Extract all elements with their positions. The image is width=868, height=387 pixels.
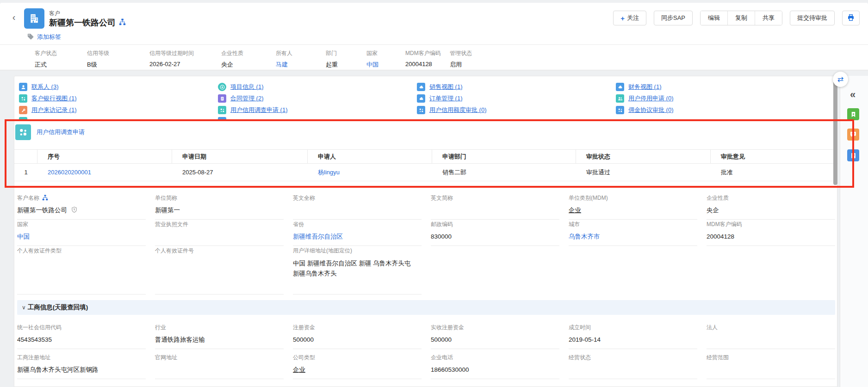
related-link-label[interactable]: 用户来访记录 (1) bbox=[31, 106, 77, 114]
field-value: 500000 bbox=[293, 335, 422, 344]
field-business-license: 营业执照文件 bbox=[155, 216, 284, 246]
related-link-label[interactable]: 佣金协议审批 (0) bbox=[628, 106, 674, 114]
edit-copy-share-group: 编辑 复制 共享 bbox=[700, 11, 782, 25]
follow-button[interactable]: + 关注 bbox=[613, 11, 646, 25]
field-value: 央企 bbox=[707, 206, 835, 215]
wrench-icon bbox=[19, 106, 27, 114]
chat-tool-icon[interactable] bbox=[847, 129, 859, 141]
field-english-short-name: 英文简称 bbox=[431, 190, 559, 220]
related-link-orders[interactable]: 订单管理 (1) bbox=[417, 94, 616, 103]
related-link-label[interactable]: 用户停用申请 (0) bbox=[628, 94, 674, 103]
related-link-label[interactable]: 用户信用调查申请 (1) bbox=[230, 106, 288, 114]
department-cell: 销售二部 bbox=[432, 168, 576, 177]
share-button[interactable]: 共享 bbox=[755, 11, 782, 25]
owner-link[interactable]: 马建 bbox=[276, 61, 320, 69]
edit-button[interactable]: 编辑 bbox=[701, 11, 728, 25]
related-link-label[interactable]: 联系人 (3) bbox=[31, 83, 59, 91]
cloud-icon bbox=[616, 83, 624, 91]
field-label: 客户状态 bbox=[35, 49, 81, 57]
add-tag-label[interactable]: 添加标签 bbox=[37, 33, 61, 41]
province-link[interactable]: 新疆维吾尔自治区 bbox=[293, 232, 422, 241]
credit-expiry-value: 2026-02-27 bbox=[149, 61, 216, 68]
copy-button[interactable]: 复制 bbox=[728, 11, 755, 25]
country-link[interactable]: 中国 bbox=[366, 61, 400, 69]
entity-type-label: 客户 bbox=[49, 10, 60, 18]
org-chart-icon[interactable] bbox=[119, 18, 126, 27]
field-company-type: 公司类型企业 bbox=[293, 350, 422, 379]
field-value: 18660530000 bbox=[431, 365, 559, 374]
field-id-number: 个人有效证件号 bbox=[155, 243, 284, 295]
print-button[interactable] bbox=[842, 11, 860, 25]
field-label: 实收注册资金 bbox=[431, 324, 559, 332]
related-link-visit-records[interactable]: 用户来访记录 (1) bbox=[19, 106, 218, 114]
sync-sap-button[interactable]: 同步SAP bbox=[654, 11, 693, 25]
contract-icon bbox=[218, 94, 226, 103]
vertical-scrollbar[interactable] bbox=[833, 78, 837, 185]
page-header: ‹ 客户 新疆第一铁路公司 添加标签 + 关注 同步SAP 编辑 复制 共享 提… bbox=[0, 3, 868, 70]
sync-sap-label: 同步SAP bbox=[661, 14, 685, 22]
country-link[interactable]: 中国 bbox=[17, 232, 146, 241]
city-link[interactable]: 乌鲁木齐市 bbox=[569, 232, 697, 241]
field-label: 英文全称 bbox=[293, 194, 422, 202]
business-info-title: 工商信息(天眼查回填) bbox=[28, 303, 88, 312]
related-link-bank-view[interactable]: 客户银行视图 (1) bbox=[19, 94, 218, 103]
column-header: 审批意见 bbox=[711, 150, 838, 163]
related-link-commission-approval[interactable]: 佣金协议审批 (0) bbox=[616, 106, 815, 114]
business-info-section-header[interactable]: ∨ 工商信息(天眼查回填) bbox=[17, 300, 835, 315]
related-link-credit-limit-approval[interactable]: 用户信用额度审批 (0) bbox=[417, 106, 616, 114]
related-link-label[interactable]: 用户信用额度审批 (0) bbox=[429, 106, 487, 114]
related-link-deactivation[interactable]: 用户停用申请 (0) bbox=[616, 94, 815, 103]
related-link-label[interactable]: 销售视图 (1) bbox=[429, 83, 463, 91]
back-chevron-icon[interactable]: ‹ bbox=[9, 12, 19, 23]
field-value bbox=[155, 365, 284, 374]
related-link-label[interactable]: 项目信息 (1) bbox=[230, 83, 264, 91]
related-link-projects[interactable]: 项目信息 (1) bbox=[218, 83, 417, 91]
column-header: 申请部门 bbox=[432, 150, 576, 163]
serial-number-link[interactable]: 2026020200001 bbox=[37, 169, 172, 176]
plus-icon: + bbox=[620, 14, 625, 22]
field-value: 企业 bbox=[293, 366, 305, 374]
org-chart-icon[interactable] bbox=[42, 195, 48, 202]
main-content-panel: 联系人 (3) 项目信息 (1) 销售视图 (1) 财务视图 (1) 客户银行视… bbox=[14, 76, 837, 387]
field-label: 单位类别(MDM) bbox=[569, 194, 697, 202]
bookmark-tool-icon[interactable] bbox=[847, 108, 859, 120]
applicant-link[interactable]: 杨lingyu bbox=[308, 168, 432, 177]
collapse-panel-icon[interactable]: « bbox=[850, 89, 855, 101]
field-label: 工商注册地址 bbox=[17, 354, 146, 362]
field-id-type: 个人有效证件类型 bbox=[17, 243, 146, 295]
chevron-down-icon[interactable]: ∨ bbox=[22, 304, 26, 311]
approval-comment-cell: 批准 bbox=[711, 168, 838, 177]
field-label: 企业性质 bbox=[707, 194, 835, 202]
related-link-label[interactable]: 财务视图 (1) bbox=[628, 83, 662, 91]
add-tag-button[interactable]: 添加标签 bbox=[27, 33, 61, 41]
field-label: 邮政编码 bbox=[431, 221, 559, 228]
field-city: 城市乌鲁木齐市 bbox=[569, 216, 697, 246]
related-link-label[interactable]: 客户银行视图 (1) bbox=[31, 94, 77, 103]
credit-survey-section-title[interactable]: 用户信用调查申请 bbox=[37, 128, 85, 136]
field-value: 500000 bbox=[431, 335, 559, 344]
field-unit-category-mdm: 单位类别(MDM)企业 bbox=[569, 190, 697, 220]
field-value bbox=[707, 335, 835, 344]
field-paid-capital: 实收注册资金500000 bbox=[431, 319, 559, 349]
field-value: 新疆第一铁路公司 bbox=[17, 206, 67, 215]
submit-approval-button[interactable]: 提交待审批 bbox=[790, 11, 835, 25]
field-label: 信用等级 bbox=[87, 49, 144, 57]
field-province: 省份新疆维吾尔自治区 bbox=[293, 216, 422, 246]
swap-layout-button[interactable]: ⇄ bbox=[833, 72, 848, 87]
shield-icon[interactable] bbox=[71, 206, 78, 215]
field-value bbox=[155, 232, 284, 241]
field-label: 经营范围 bbox=[707, 354, 835, 362]
related-link-label[interactable]: 合同管理 (2) bbox=[230, 94, 264, 103]
related-link-label[interactable]: 订单管理 (1) bbox=[429, 94, 463, 103]
related-link-contracts[interactable]: 合同管理 (2) bbox=[218, 94, 417, 103]
related-link-sales-view[interactable]: 销售视图 (1) bbox=[417, 83, 616, 91]
related-link-finance-view[interactable]: 财务视图 (1) bbox=[616, 83, 815, 91]
column-header: 审批状态 bbox=[576, 150, 711, 163]
notes-tool-icon[interactable] bbox=[847, 149, 859, 161]
field-label: 营业执照文件 bbox=[155, 221, 284, 228]
related-link-contacts[interactable]: 联系人 (3) bbox=[19, 83, 218, 91]
apply-date-cell: 2025-08-27 bbox=[172, 169, 308, 176]
related-link-credit-survey[interactable]: 用户信用调查申请 (1) bbox=[218, 106, 417, 114]
customer-building-icon bbox=[24, 8, 44, 29]
field-label: 省份 bbox=[293, 221, 422, 228]
